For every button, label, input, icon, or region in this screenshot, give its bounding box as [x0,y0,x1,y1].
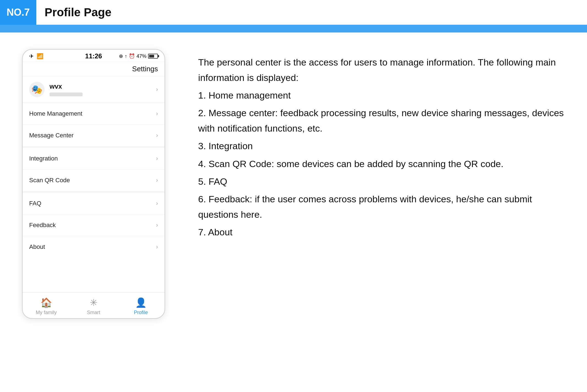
menu-section-2: Integration › Scan QR Code › [23,148,165,193]
nav-label-profile: Profile [134,310,148,315]
integration-chevron: › [156,155,158,162]
status-icons-left: ✈ 📶 [29,53,43,59]
nav-item-profile[interactable]: 👤 Profile [117,297,165,315]
profile-nav-icon: 👤 [135,297,147,308]
main-content: ✈ 📶 11:26 ⊕ ↑ ⏰ 47% Settings 🎭 wvx [0,32,587,330]
description-item-6: 6. Feedback: if the user comes across pr… [198,191,565,222]
description-item-1: 1. Home management [198,88,565,103]
profile-info: wvx [50,83,151,96]
alarm-icon: ⏰ [129,53,135,59]
profile-subtitle-bar [50,92,83,96]
description-item-3: 3. Integration [198,138,565,154]
accent-bar [0,25,587,32]
menu-item-home-management[interactable]: Home Management › [23,103,165,125]
page-title: Profile Page [45,6,111,19]
menu-section-3: FAQ › Feedback › About › [23,193,165,258]
header-badge: NO.7 [0,0,36,25]
avatar: 🎭 [29,82,45,97]
description-text: The personal center is the access for us… [198,55,565,240]
status-bar: ✈ 📶 11:26 ⊕ ↑ ⏰ 47% [23,50,165,62]
faq-chevron: › [156,200,158,207]
menu-item-message-center[interactable]: Message Center › [23,125,165,146]
nav-label-smart: Smart [87,310,100,315]
status-right: ⊕ ↑ ⏰ 47% [119,53,158,59]
battery-icon [148,54,158,59]
top-header: NO.7 Profile Page [0,0,587,25]
signal-icon: ↑ [125,53,127,59]
faq-label: FAQ [29,200,41,207]
description-intro: The personal center is the access for us… [198,55,565,85]
nav-label-my-family: My family [36,310,57,315]
smart-nav-icon: ✳ [90,297,97,308]
wifi-icon: 📶 [37,53,43,59]
profile-row[interactable]: 🎭 wvx › [23,76,165,103]
home-management-chevron: › [156,110,158,117]
profile-chevron: › [156,86,158,93]
settings-label: Settings [132,65,158,73]
message-center-label: Message Center [29,132,73,139]
description-panel: The personal center is the access for us… [187,49,565,319]
description-item-7: 7. About [198,224,565,240]
description-item-5: 5. FAQ [198,174,565,189]
status-time: 11:26 [85,52,102,60]
home-nav-icon: 🏠 [40,297,52,308]
profile-name: wvx [50,83,151,90]
menu-item-about[interactable]: About › [23,236,165,258]
about-label: About [29,243,45,251]
menu-item-integration[interactable]: Integration › [23,148,165,170]
scan-qr-code-chevron: › [156,177,158,184]
message-center-chevron: › [156,132,158,139]
phone-mockup: ✈ 📶 11:26 ⊕ ↑ ⏰ 47% Settings 🎭 wvx [22,49,165,319]
feedback-chevron: › [156,222,158,229]
settings-header: Settings [23,62,165,76]
menu-section-1: Home Management › Message Center › [23,103,165,148]
home-management-label: Home Management [29,110,82,117]
menu-item-scan-qr-code[interactable]: Scan QR Code › [23,170,165,191]
menu-item-feedback[interactable]: Feedback › [23,214,165,236]
feedback-label: Feedback [29,222,56,229]
about-chevron: › [156,243,158,251]
integration-label: Integration [29,155,58,162]
bottom-nav: 🏠 My family ✳ Smart 👤 Profile [23,292,165,318]
description-item-2: 2. Message center: feedback processing r… [198,105,565,136]
scan-qr-code-label: Scan QR Code [29,177,70,184]
menu-item-faq[interactable]: FAQ › [23,193,165,214]
battery-percent: 47% [136,53,146,59]
nav-item-my-family[interactable]: 🏠 My family [23,297,70,315]
nav-item-smart[interactable]: ✳ Smart [70,297,117,315]
description-item-4: 4. Scan QR Code: some devices can be add… [198,156,565,172]
airplane-icon: ✈ [29,53,34,59]
location-icon: ⊕ [119,53,123,59]
